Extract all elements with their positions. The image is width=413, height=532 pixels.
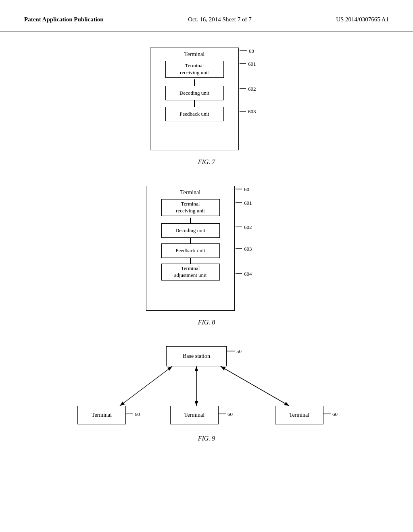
fig8-diagram: Terminal Terminalreceiving unit Decoding… bbox=[134, 186, 279, 315]
fig8-labels-svg: 60 601 602 603 604 bbox=[134, 186, 279, 315]
header-patent-number: US 2014/0307665 A1 bbox=[336, 16, 389, 23]
fig9-arrows-svg: 50 60 60 60 bbox=[69, 346, 344, 431]
figure-9-section: Base station Terminal Terminal Terminal bbox=[24, 346, 389, 450]
figure-8-section: Terminal Terminalreceiving unit Decoding… bbox=[24, 186, 389, 334]
header-publication: Patent Application Publication bbox=[24, 16, 104, 23]
fig7-labels-svg: 60 601 602 603 bbox=[138, 48, 275, 154]
svg-text:602: 602 bbox=[244, 224, 252, 230]
page-container: Patent Application Publication Oct. 16, … bbox=[0, 0, 413, 532]
svg-text:601: 601 bbox=[244, 200, 252, 206]
figure-7-section: Terminal Terminalreceiving unit Decoding… bbox=[24, 48, 389, 174]
fig9-caption: FIG. 9 bbox=[198, 435, 215, 442]
fig9-diagram: Base station Terminal Terminal Terminal bbox=[69, 346, 344, 431]
svg-text:60: 60 bbox=[332, 411, 338, 417]
svg-text:50: 50 bbox=[236, 348, 242, 354]
svg-text:60: 60 bbox=[244, 186, 249, 192]
svg-text:60: 60 bbox=[249, 48, 254, 54]
header-date-sheet: Oct. 16, 2014 Sheet 7 of 7 bbox=[188, 16, 251, 23]
svg-line-22 bbox=[221, 366, 289, 406]
fig7-caption: FIG. 7 bbox=[198, 158, 215, 166]
svg-text:603: 603 bbox=[244, 246, 252, 252]
svg-text:603: 603 bbox=[248, 108, 256, 114]
svg-line-20 bbox=[120, 366, 172, 406]
svg-text:60: 60 bbox=[227, 411, 233, 417]
fig7-diagram: Terminal Terminalreceiving unit Decoding… bbox=[138, 48, 275, 154]
svg-text:602: 602 bbox=[248, 86, 256, 92]
content-area: Terminal Terminalreceiving unit Decoding… bbox=[0, 31, 413, 478]
svg-text:601: 601 bbox=[248, 61, 256, 67]
svg-text:60: 60 bbox=[135, 411, 140, 417]
page-header: Patent Application Publication Oct. 16, … bbox=[0, 0, 413, 31]
fig8-caption: FIG. 8 bbox=[198, 319, 215, 326]
svg-text:604: 604 bbox=[244, 271, 252, 277]
